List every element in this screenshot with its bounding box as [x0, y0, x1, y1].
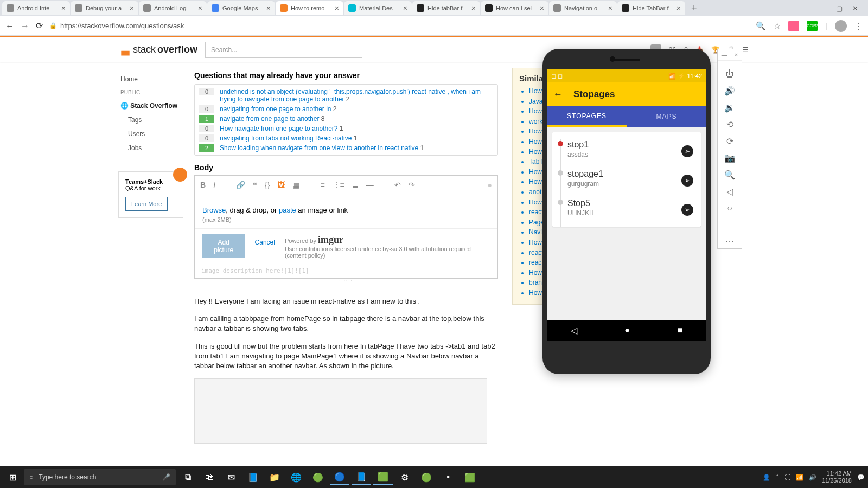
undo-button[interactable]: ↶ — [394, 181, 401, 189]
people-icon[interactable]: 👤 — [763, 474, 770, 481]
image-drop-area[interactable]: Browse, drag & drop, or paste an image o… — [195, 194, 497, 228]
heading-button[interactable]: ≣ — [352, 181, 359, 189]
nav-home[interactable]: Home — [118, 72, 194, 86]
tab-1[interactable]: Debug your a× — [71, 1, 138, 15]
power-icon[interactable]: ⏻ — [725, 69, 734, 79]
reload-button[interactable]: ⟳ — [36, 21, 43, 31]
tab-9[interactable]: Hide TabBar f× — [617, 1, 685, 15]
bold-button[interactable]: B — [200, 181, 206, 189]
question-row[interactable]: 0navigating from one page to another in … — [195, 104, 497, 114]
question-row[interactable]: 2Show loading when navigate from one vie… — [195, 143, 497, 153]
mail-icon[interactable]: ✉ — [221, 469, 241, 485]
nav-jobs[interactable]: Jobs — [118, 141, 194, 155]
tab-2[interactable]: Android Logi× — [139, 1, 207, 15]
close-icon[interactable]: × — [471, 4, 476, 12]
android-recent-icon[interactable]: ■ — [678, 325, 683, 335]
android-home-icon[interactable]: ● — [624, 325, 630, 335]
question-row[interactable]: 0How navigate from one page to another? … — [195, 124, 497, 133]
paste-link[interactable]: paste — [279, 206, 296, 214]
stop-row[interactable]: stopage1 gurgugram ➢ — [552, 165, 701, 194]
link-button[interactable]: 🔗 — [236, 181, 245, 189]
vscode-icon[interactable]: 📘 — [352, 469, 371, 485]
app-icon[interactable]: 📘 — [243, 469, 263, 485]
tray-chevron-icon[interactable]: ˄ — [776, 474, 779, 481]
store-icon[interactable]: 🛍 — [200, 469, 219, 485]
question-row[interactable]: 0navigating from tabs not working React-… — [195, 133, 497, 143]
android-emulator[interactable]: ◻ ◻ 📶 ⚡ 11:42 ← Stopages STOPAGES MAPS s… — [542, 49, 711, 374]
taskbar-search[interactable]: ○Type here to search🎤 — [24, 469, 176, 485]
nav-stackoverflow[interactable]: 🌐 Stack Overflow — [118, 99, 194, 113]
compass-icon[interactable]: ➢ — [681, 145, 693, 157]
close-icon[interactable]: × — [266, 4, 271, 12]
extension-cors-icon[interactable]: CORS — [807, 21, 818, 31]
close-icon[interactable]: × — [676, 4, 681, 12]
ulist-button[interactable]: ⋮≡ — [333, 181, 344, 189]
taskbar-clock[interactable]: 11:42 AM 11/25/2018 — [822, 470, 852, 484]
editor-textarea[interactable]: image description here![1]![1] — [195, 264, 497, 278]
zoom-icon[interactable]: 🔍 — [756, 21, 766, 31]
similar-questions-list[interactable]: 0undefined is not an object (evaluating … — [194, 84, 498, 156]
help-button[interactable]: ● — [488, 181, 492, 189]
add-picture-button[interactable]: Add picture — [202, 234, 245, 258]
back-icon[interactable]: ◁ — [726, 187, 733, 197]
start-button[interactable]: ⊞ — [3, 472, 22, 483]
tab-7[interactable]: How can I sel× — [481, 1, 548, 15]
forward-button[interactable]: → — [21, 21, 29, 31]
overview-icon[interactable]: □ — [727, 220, 732, 229]
tab-3[interactable]: Google Maps× — [207, 1, 275, 15]
profile-avatar[interactable] — [835, 20, 847, 32]
app-icon[interactable]: 🟢 — [417, 469, 436, 485]
close-icon[interactable]: × — [130, 4, 134, 12]
snippet-button[interactable]: ▦ — [292, 181, 299, 189]
emulator-taskbar-icon[interactable]: 🟩 — [373, 469, 393, 485]
italic-button[interactable]: I — [213, 181, 215, 189]
nav-users[interactable]: Users — [118, 127, 194, 141]
star-icon[interactable]: ☆ — [774, 21, 781, 31]
stop-row[interactable]: stop1 assdas ➢ — [552, 136, 701, 165]
wifi-icon[interactable]: 📶 — [796, 474, 803, 481]
olist-button[interactable]: ≡ — [320, 181, 324, 189]
tab-stopages[interactable]: STOPAGES — [547, 106, 627, 127]
close-icon[interactable]: × — [335, 4, 339, 12]
extension-icon[interactable] — [788, 21, 799, 31]
learn-more-button[interactable]: Learn More — [125, 197, 168, 211]
terminal-icon[interactable]: ▪ — [438, 469, 458, 485]
minimize-icon[interactable]: — — [819, 4, 826, 12]
volume-down-icon[interactable]: 🔉 — [724, 102, 735, 113]
stop-row[interactable]: Stop5 UHNJKH ➢ — [552, 194, 701, 223]
redo-button[interactable]: ↷ — [409, 181, 415, 189]
tab-maps[interactable]: MAPS — [627, 106, 706, 127]
menu-icon[interactable]: ⋮ — [854, 21, 863, 31]
image-button[interactable]: 🖼 — [277, 181, 285, 189]
so-logo[interactable]: stackoverflow — [119, 44, 197, 56]
volume-up-icon[interactable]: 🔊 — [724, 86, 735, 96]
new-tab-button[interactable]: + — [686, 3, 703, 14]
zoom-icon[interactable]: 🔍 — [724, 170, 735, 180]
home-icon[interactable]: ○ — [727, 203, 732, 213]
resize-handle[interactable]: :::::: — [194, 279, 498, 284]
close-icon[interactable]: × — [403, 4, 407, 12]
site-switcher-icon[interactable]: ☰ — [743, 46, 749, 54]
code-button[interactable]: {} — [265, 181, 270, 189]
quote-button[interactable]: ❝ — [253, 181, 257, 189]
emu-close-icon[interactable]: × — [735, 52, 738, 58]
back-icon[interactable]: ← — [553, 89, 563, 100]
close-icon[interactable]: × — [540, 4, 544, 12]
rotate-left-icon[interactable]: ⟲ — [726, 119, 733, 130]
tab-8[interactable]: Navigation o× — [549, 1, 617, 15]
settings-icon[interactable]: ⚙ — [395, 469, 414, 485]
avd-icon[interactable]: 🟩 — [460, 469, 480, 485]
screenshot-icon[interactable]: 📷 — [724, 153, 735, 163]
edge-icon[interactable]: 🌐 — [286, 469, 306, 485]
chrome-icon[interactable]: 🔵 — [330, 469, 349, 485]
hr-button[interactable]: — — [366, 181, 374, 189]
tab-0[interactable]: Android Inte× — [2, 1, 70, 15]
compass-icon[interactable]: ➢ — [681, 204, 693, 216]
question-row[interactable]: 1navigate from one page to another 8 — [195, 114, 497, 124]
search-input[interactable]: Search... — [205, 42, 362, 58]
url-input[interactable]: 🔒 https://stackoverflow.com/questions/as… — [49, 22, 749, 30]
back-button[interactable]: ← — [5, 21, 14, 31]
explorer-icon[interactable]: 📁 — [265, 469, 284, 485]
question-row[interactable]: 0undefined is not an object (evaluating … — [195, 87, 497, 104]
close-icon[interactable]: × — [198, 4, 202, 12]
